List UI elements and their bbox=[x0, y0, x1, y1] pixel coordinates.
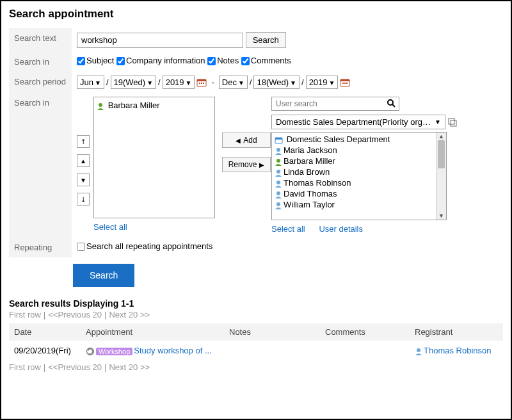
user-name: Thomas Robinson bbox=[284, 178, 351, 188]
col-notes: Notes bbox=[224, 323, 320, 341]
selected-user-name: Barbara Miller bbox=[108, 101, 160, 110]
svg-point-10 bbox=[99, 103, 102, 107]
svg-point-17 bbox=[276, 148, 280, 152]
org-name: Domestic Sales Department bbox=[287, 134, 390, 144]
calendar-icon[interactable] bbox=[340, 78, 350, 87]
checkbox-comments[interactable]: Comments bbox=[241, 56, 291, 65]
move-top-button[interactable]: ⤒ bbox=[77, 135, 90, 148]
add-button[interactable]: ◀Add bbox=[222, 133, 271, 148]
user-name: Barbara Miller bbox=[284, 156, 335, 166]
label-repeating: Repeating bbox=[9, 238, 72, 257]
search-icon[interactable] bbox=[387, 99, 396, 109]
pager-next[interactable]: Next 20 >> bbox=[109, 362, 150, 372]
checkbox-subject-input[interactable] bbox=[77, 57, 85, 65]
available-user-item[interactable]: Barbara Miller bbox=[275, 156, 444, 166]
selected-users-listbox[interactable]: Barbara Miller bbox=[93, 97, 215, 218]
selected-select-all-link[interactable]: Select all bbox=[93, 222, 127, 232]
svg-point-22 bbox=[276, 202, 280, 206]
registrant-link[interactable]: Thomas Robinson bbox=[424, 346, 492, 355]
user-search-input[interactable] bbox=[271, 97, 399, 111]
pager-first[interactable]: First row bbox=[9, 310, 41, 319]
to-month-select[interactable]: Dec▼ bbox=[219, 76, 248, 89]
org-tree-icon[interactable] bbox=[448, 118, 457, 127]
available-user-item[interactable]: David Thomas bbox=[275, 188, 444, 199]
department-select-value: Domestic Sales Department(Priority organ… bbox=[276, 117, 433, 127]
remove-button[interactable]: Remove▶ bbox=[222, 157, 271, 172]
label-search-in-users: Search in bbox=[9, 93, 72, 238]
available-users-listbox[interactable]: Domestic Sales Department Maria Jackson … bbox=[271, 132, 447, 220]
from-month-value: Jun bbox=[80, 77, 93, 87]
search-text-input[interactable] bbox=[77, 33, 243, 48]
appointment-link[interactable]: Study workshop of ... bbox=[134, 346, 211, 355]
svg-rect-4 bbox=[203, 83, 204, 84]
svg-rect-8 bbox=[344, 83, 346, 84]
checkbox-notes-input[interactable] bbox=[207, 57, 216, 65]
to-month-value: Dec bbox=[222, 77, 237, 87]
to-year-select[interactable]: 2019▼ bbox=[306, 76, 339, 89]
from-year-value: 2019 bbox=[166, 77, 184, 87]
result-comments bbox=[320, 341, 410, 361]
svg-point-20 bbox=[276, 181, 280, 184]
to-day-value: 18(Wed) bbox=[257, 77, 289, 87]
available-user-item[interactable]: Thomas Robinson bbox=[275, 177, 444, 188]
available-user-item[interactable]: Maria Jackson bbox=[275, 145, 444, 156]
svg-rect-6 bbox=[340, 79, 349, 81]
move-down-button[interactable]: ▼ bbox=[77, 174, 90, 186]
user-name: Maria Jackson bbox=[284, 145, 337, 155]
scroll-up-icon[interactable]: ▲ bbox=[436, 133, 446, 140]
scrollbar[interactable]: ▲ ▼ bbox=[436, 133, 446, 220]
available-select-all-link[interactable]: Select all bbox=[271, 224, 305, 234]
from-month-select[interactable]: Jun▼ bbox=[77, 76, 104, 89]
person-icon bbox=[275, 202, 282, 209]
page-title: Search appointment bbox=[9, 8, 503, 20]
search-text-button[interactable]: Search bbox=[246, 32, 286, 48]
available-user-item[interactable]: William Taylor bbox=[275, 199, 444, 210]
result-date: 09/20/2019(Fri) bbox=[9, 341, 81, 361]
svg-point-21 bbox=[276, 191, 280, 195]
repeat-icon bbox=[86, 347, 95, 356]
col-date: Date bbox=[9, 323, 81, 341]
move-bottom-button[interactable]: ⤓ bbox=[77, 193, 90, 206]
svg-line-12 bbox=[392, 104, 395, 107]
svg-rect-14 bbox=[451, 120, 456, 126]
from-day-select[interactable]: 19(Wed)▼ bbox=[111, 76, 157, 89]
checkbox-comments-input[interactable] bbox=[241, 57, 250, 65]
checkbox-notes[interactable]: Notes bbox=[207, 56, 239, 65]
org-icon bbox=[275, 136, 283, 144]
checkbox-repeating-label: Search all repeating appointments bbox=[86, 241, 212, 251]
department-select[interactable]: Domestic Sales Department(Priority organ… bbox=[271, 115, 445, 129]
from-day-value: 19(Wed) bbox=[114, 77, 146, 87]
checkbox-company[interactable]: Company information bbox=[116, 56, 205, 65]
move-up-button[interactable]: ▲ bbox=[77, 154, 90, 167]
available-user-item[interactable]: Linda Brown bbox=[275, 166, 444, 177]
calendar-icon[interactable] bbox=[196, 78, 207, 87]
svg-rect-7 bbox=[342, 83, 344, 84]
pager-first[interactable]: First row bbox=[9, 362, 41, 372]
pager-prev[interactable]: <<Previous 20 bbox=[48, 310, 102, 319]
scroll-thumb[interactable] bbox=[438, 140, 445, 168]
checkbox-repeating[interactable]: Search all repeating appointments bbox=[77, 241, 212, 251]
checkbox-subject-label: Subject bbox=[86, 56, 114, 65]
svg-rect-16 bbox=[275, 138, 282, 140]
search-submit-button[interactable]: Search bbox=[73, 264, 134, 287]
checkbox-notes-label: Notes bbox=[217, 56, 239, 65]
checkbox-subject[interactable]: Subject bbox=[77, 56, 114, 65]
org-item[interactable]: Domestic Sales Department bbox=[275, 134, 444, 145]
svg-rect-13 bbox=[449, 118, 454, 124]
selected-user-item[interactable]: Barbara Miller bbox=[97, 100, 212, 111]
person-icon bbox=[97, 102, 104, 110]
checkbox-company-input[interactable] bbox=[116, 57, 125, 65]
scroll-down-icon[interactable]: ▼ bbox=[436, 212, 446, 220]
from-year-select[interactable]: 2019▼ bbox=[163, 76, 195, 89]
label-search-text: Search text bbox=[9, 28, 72, 52]
person-icon bbox=[275, 158, 282, 166]
to-day-select[interactable]: 18(Wed)▼ bbox=[253, 76, 300, 89]
pager-bottom: First row|<<Previous 20|Next 20 >> bbox=[9, 362, 503, 372]
user-name: Linda Brown bbox=[284, 167, 330, 177]
pager-next[interactable]: Next 20 >> bbox=[109, 310, 150, 319]
col-registrant: Registrant bbox=[410, 323, 503, 341]
user-details-link[interactable]: User details bbox=[319, 224, 363, 234]
checkbox-repeating-input[interactable] bbox=[77, 243, 85, 251]
pager-prev[interactable]: <<Previous 20 bbox=[48, 362, 102, 372]
svg-point-11 bbox=[388, 100, 393, 105]
